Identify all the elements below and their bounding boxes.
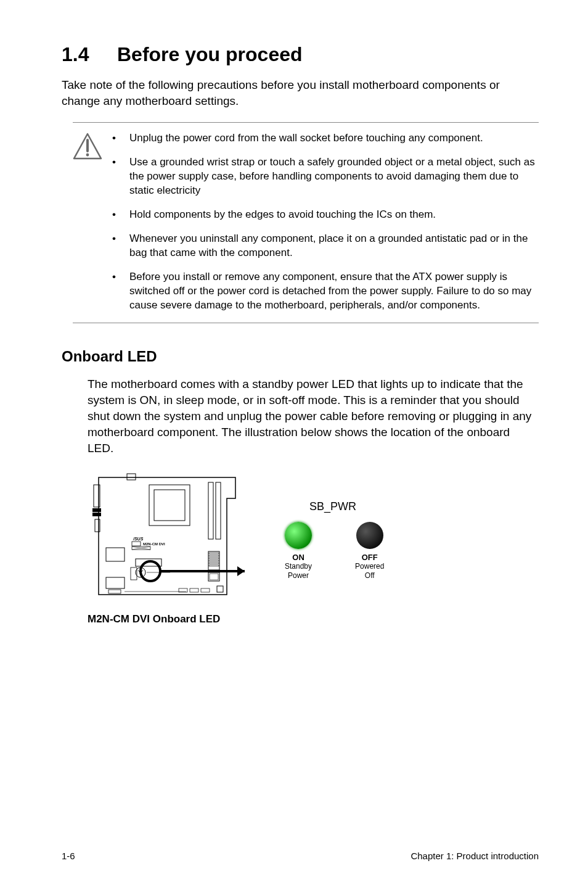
svg-text:/SUS: /SUS bbox=[133, 537, 144, 541]
section-heading: 1.4Before you proceed bbox=[62, 43, 539, 66]
svg-rect-19 bbox=[208, 551, 219, 570]
bullet-icon: • bbox=[112, 270, 129, 313]
precaution-item: • Hold components by the edges to avoid … bbox=[112, 208, 539, 222]
onboard-led-description: The motherboard comes with a standby pow… bbox=[88, 376, 539, 456]
caution-icon bbox=[73, 131, 110, 312]
bullet-icon: • bbox=[112, 131, 129, 146]
section-number: 1.4 bbox=[62, 43, 117, 66]
svg-rect-20 bbox=[209, 553, 219, 554]
precaution-item: • Use a grounded wrist strap or touch a … bbox=[112, 155, 539, 198]
onboard-led-diagram: /SUS M2N-CM DVI bbox=[88, 471, 539, 609]
led-state-sub: Powered bbox=[355, 562, 384, 571]
svg-rect-15 bbox=[132, 542, 141, 546]
page-footer: 1-6 Chapter 1: Product introduction bbox=[62, 851, 539, 861]
svg-point-38 bbox=[141, 561, 160, 581]
precaution-item: • Unplug the power cord from the wall so… bbox=[112, 131, 539, 146]
signal-label: SB_PWR bbox=[285, 500, 384, 513]
svg-rect-3 bbox=[127, 474, 136, 480]
svg-rect-32 bbox=[201, 588, 210, 592]
svg-rect-12 bbox=[106, 548, 125, 561]
svg-rect-10 bbox=[208, 482, 213, 539]
svg-rect-25 bbox=[209, 565, 219, 566]
led-state-label: OFF bbox=[355, 553, 384, 562]
svg-rect-11 bbox=[216, 482, 221, 539]
svg-rect-23 bbox=[209, 560, 219, 561]
precaution-text: Before you install or remove any compone… bbox=[129, 270, 539, 313]
led-state-label: ON bbox=[285, 553, 312, 562]
svg-rect-24 bbox=[209, 563, 219, 564]
caution-block: • Unplug the power cord from the wall so… bbox=[73, 122, 539, 323]
svg-rect-28 bbox=[108, 590, 121, 593]
precaution-text: Hold components by the edges to avoid to… bbox=[129, 208, 539, 222]
bullet-icon: • bbox=[112, 208, 129, 222]
svg-rect-27 bbox=[210, 574, 218, 580]
svg-rect-31 bbox=[190, 588, 198, 592]
svg-rect-33 bbox=[217, 586, 223, 592]
led-on-icon bbox=[285, 522, 312, 549]
svg-rect-5 bbox=[92, 508, 101, 512]
diagram-caption: M2N-CM DVI Onboard LED bbox=[88, 613, 539, 625]
precaution-text: Unplug the power cord from the wall sock… bbox=[129, 131, 539, 146]
precaution-text: Use a grounded wrist strap or touch a sa… bbox=[129, 155, 539, 198]
precaution-list: • Unplug the power cord from the wall so… bbox=[110, 131, 539, 312]
led-state-sub: Power bbox=[285, 571, 312, 580]
precaution-text: Whenever you uninstall any component, pl… bbox=[129, 232, 539, 260]
led-state-sub: Off bbox=[355, 571, 384, 580]
section-title-text: Before you proceed bbox=[117, 43, 303, 65]
onboard-led-heading: Onboard LED bbox=[62, 348, 539, 365]
precaution-item: • Before you install or remove any compo… bbox=[112, 270, 539, 313]
chapter-label: Chapter 1: Product introduction bbox=[410, 851, 539, 861]
motherboard-illustration: /SUS M2N-CM DVI bbox=[88, 471, 248, 609]
svg-rect-6 bbox=[92, 513, 101, 516]
svg-point-2 bbox=[86, 154, 89, 157]
intro-paragraph: Take note of the following precautions b… bbox=[62, 77, 539, 109]
page-number: 1-6 bbox=[62, 851, 75, 861]
led-state-off: OFF Powered Off bbox=[355, 522, 384, 580]
precaution-item: • Whenever you uninstall any component, … bbox=[112, 232, 539, 260]
led-off-icon bbox=[356, 522, 383, 549]
led-state-labels: SB_PWR ON Standby Power OFF Powered Off bbox=[285, 500, 384, 580]
svg-rect-9 bbox=[154, 490, 185, 521]
board-label-text: M2N-CM DVI bbox=[143, 542, 165, 546]
svg-marker-40 bbox=[237, 566, 245, 576]
led-state-sub: Standby bbox=[285, 562, 312, 571]
svg-rect-22 bbox=[209, 558, 219, 559]
svg-rect-13 bbox=[106, 577, 125, 588]
bullet-icon: • bbox=[112, 232, 129, 260]
bullet-icon: • bbox=[112, 155, 129, 198]
led-state-on: ON Standby Power bbox=[285, 522, 312, 580]
svg-rect-21 bbox=[209, 555, 219, 556]
svg-rect-7 bbox=[95, 519, 100, 532]
svg-rect-8 bbox=[149, 485, 190, 526]
